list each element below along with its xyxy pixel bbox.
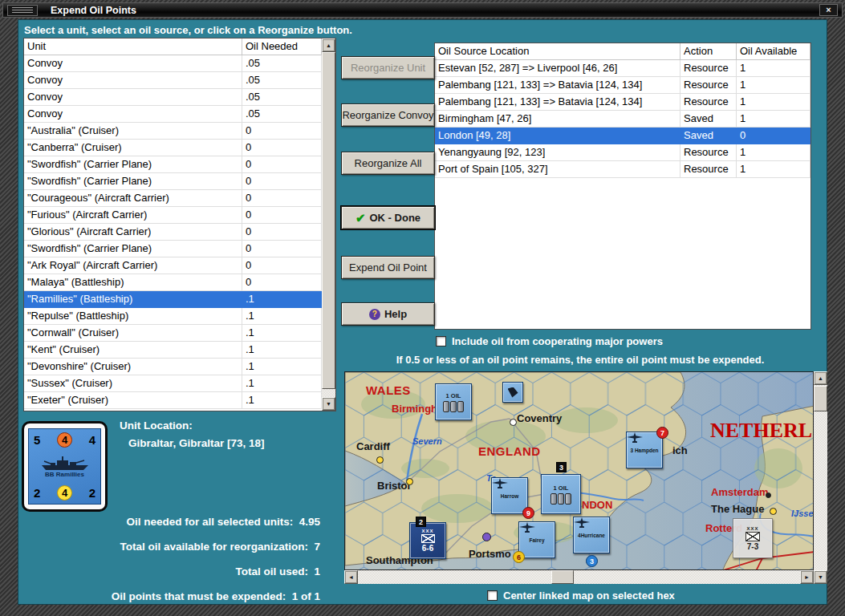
counter-value-bottom-mid: 4 bbox=[57, 485, 72, 500]
unit-row[interactable]: Convoy.05 bbox=[24, 55, 322, 72]
unit-oil-needed: 0 bbox=[242, 140, 322, 156]
oil-counter[interactable]: 1 OIL bbox=[435, 383, 472, 420]
plane-icon bbox=[519, 522, 535, 533]
air-counter[interactable]: Fairey bbox=[518, 521, 555, 558]
oil-point-note: If 0.5 or less of an oil point remains, … bbox=[341, 354, 819, 366]
infantry-symbol-icon bbox=[421, 534, 435, 543]
center-map-checkbox-row: Center linked map on selected hex bbox=[487, 590, 675, 602]
unit-row[interactable]: "Courageous" (Aircraft Carrier)0 bbox=[24, 190, 322, 207]
unit-location-label: Unit Location: bbox=[120, 419, 193, 432]
unit-row[interactable]: "Glorious" (Aircraft Carrier)0 bbox=[24, 224, 322, 241]
oil-source-row[interactable]: Birmingham [47, 26]Saved1 bbox=[435, 111, 810, 128]
counter-value-top-mid: 4 bbox=[57, 432, 72, 448]
unit-row[interactable]: "Devonshire" (Cruiser).1 bbox=[24, 359, 322, 375]
expend-oil-point-button[interactable]: Expend Oil Point bbox=[341, 256, 435, 279]
oil-source-row[interactable]: Port of Spain [105, 327]Resource1 bbox=[435, 161, 810, 178]
oil-source-row[interactable]: Yenangyaung [92, 123]Resource1 bbox=[435, 144, 810, 161]
corps-counter[interactable]: XXX6-6 bbox=[409, 522, 446, 559]
unit-row[interactable]: Convoy.05 bbox=[24, 89, 322, 106]
reorganize-unit-button[interactable]: Reorganize Unit bbox=[341, 56, 435, 79]
counter-strength: 7-3 bbox=[747, 542, 758, 551]
inf-counter[interactable]: XXX7-3 bbox=[733, 518, 773, 558]
marker-glyph-icon bbox=[508, 387, 518, 398]
air-counter[interactable]: 4Hurricane bbox=[573, 517, 610, 553]
unit-row[interactable]: "Repulse" (Battleship).1 bbox=[24, 308, 322, 325]
counter-badge: 7 bbox=[656, 427, 668, 439]
oil-source-row[interactable]: Palembang [121, 133] => Batavia [124, 13… bbox=[435, 77, 810, 94]
battleship-silhouette-icon bbox=[39, 455, 91, 471]
unit-oil-needed: .1 bbox=[242, 342, 322, 359]
unit-list-header: Unit Oil Needed bbox=[24, 38, 322, 55]
help-button[interactable]: ? Help bbox=[341, 302, 435, 326]
unit-row[interactable]: "Exeter" (Cruiser).1 bbox=[24, 392, 322, 409]
oil-source-row[interactable]: London [49, 28]Saved0 bbox=[435, 128, 810, 144]
unit-list-scrollbar[interactable]: ▲ ▼ bbox=[322, 38, 335, 411]
reorganize-convoy-button[interactable]: Reorganize Convoy bbox=[341, 103, 435, 127]
oil-source-action: Resource bbox=[680, 77, 737, 94]
unit-oil-needed: .1 bbox=[242, 308, 322, 325]
unit-name: "Exeter" (Cruiser) bbox=[24, 392, 242, 409]
unit-row[interactable]: Convoy.05 bbox=[24, 72, 322, 89]
unit-row[interactable]: "Malaya" (Battleship)0 bbox=[24, 274, 322, 291]
map-viewport[interactable]: WALESBirminghamCoventryCardiffSevernENGL… bbox=[344, 371, 814, 570]
instruction-text: Select a unit, select an oil source, or … bbox=[24, 24, 352, 36]
scroll-left-icon[interactable]: ◄ bbox=[344, 570, 358, 584]
dialog-client-area: Select a unit, select an oil source, or … bbox=[18, 19, 827, 605]
unit-row[interactable]: "Sussex" (Cruiser).1 bbox=[24, 375, 322, 392]
city-dot bbox=[510, 419, 517, 426]
unit-name: Convoy bbox=[24, 55, 242, 72]
scrollbar-thumb[interactable] bbox=[322, 52, 335, 389]
oil-counter[interactable]: 1 OIL bbox=[541, 474, 581, 514]
unit-row[interactable]: Convoy.05 bbox=[24, 106, 322, 123]
unit-row[interactable]: "Ramillies" (Battleship).1 bbox=[24, 291, 322, 308]
ok-done-button[interactable]: ✔ OK - Done bbox=[341, 206, 435, 229]
oil-source-row[interactable]: Estevan [52, 287] => Liverpool [46, 26]R… bbox=[435, 60, 810, 77]
unit-row[interactable]: "Kent" (Cruiser).1 bbox=[24, 342, 322, 359]
marker-counter[interactable] bbox=[502, 382, 523, 403]
unit-row[interactable]: "Swordfish" (Carrier Plane)0 bbox=[24, 156, 322, 173]
air-counter[interactable]: 3 Hampden bbox=[626, 432, 663, 468]
oil-list-header: Oil Source Location Action Oil Available bbox=[435, 43, 810, 60]
map-vertical-scrollbar[interactable]: ▲ ▼ bbox=[814, 371, 827, 584]
unit-row[interactable]: "Canberra" (Cruiser)0 bbox=[24, 140, 322, 156]
oil-source-action: Saved bbox=[680, 128, 737, 144]
scroll-up-icon[interactable]: ▲ bbox=[322, 38, 335, 52]
oil-source-location: Birmingham [47, 26] bbox=[435, 111, 680, 128]
city-dot bbox=[766, 492, 771, 498]
unit-oil-needed: 0 bbox=[242, 173, 322, 190]
map-label: NETHERL bbox=[710, 419, 812, 443]
oil-available: 0 bbox=[737, 128, 810, 144]
unit-row[interactable]: "Swordfish" (Carrier Plane)0 bbox=[24, 241, 322, 257]
scroll-right-icon[interactable]: ► bbox=[800, 570, 814, 584]
column-header-action: Action bbox=[680, 43, 737, 60]
scroll-up-icon[interactable]: ▲ bbox=[814, 371, 827, 385]
map-horizontal-scrollbar[interactable]: ◄ ► bbox=[344, 570, 814, 584]
stat-line: Oil needed for all selected units: 4.95 bbox=[18, 509, 320, 534]
scrollbar-thumb[interactable] bbox=[551, 570, 574, 584]
oil-source-row[interactable]: Palembang [121, 133] => Batavia [124, 13… bbox=[435, 94, 810, 111]
unit-list: Unit Oil Needed Convoy.05Convoy.05Convoy… bbox=[23, 38, 336, 411]
reorganize-all-button[interactable]: Reorganize All bbox=[341, 152, 435, 175]
unit-oil-needed: 0 bbox=[242, 190, 322, 207]
center-map-checkbox[interactable] bbox=[487, 590, 498, 601]
scrollbar-thumb[interactable] bbox=[814, 386, 827, 411]
scroll-down-icon[interactable]: ▼ bbox=[814, 570, 827, 584]
scroll-down-icon[interactable]: ▼ bbox=[322, 397, 335, 411]
include-oil-checkbox[interactable] bbox=[436, 336, 446, 346]
unit-name: "Australia" (Cruiser) bbox=[24, 123, 242, 140]
close-icon[interactable]: × bbox=[819, 4, 838, 16]
window-menu-icon[interactable] bbox=[7, 5, 38, 16]
unit-row[interactable]: "Australia" (Cruiser)0 bbox=[24, 123, 322, 140]
unit-name: "Kent" (Cruiser) bbox=[24, 342, 242, 359]
unit-row[interactable]: "Furious" (Aircraft Carrier)0 bbox=[24, 207, 322, 224]
unit-row[interactable]: "Ark Royal" (Aircraft Carrier)0 bbox=[24, 257, 322, 274]
unit-row[interactable]: "Cornwall" (Cruiser).1 bbox=[24, 325, 322, 342]
air-counter[interactable]: Harrow bbox=[491, 477, 528, 514]
oil-available: 1 bbox=[737, 94, 810, 111]
unit-name: "Devonshire" (Cruiser) bbox=[24, 359, 242, 375]
map-label: The Hague bbox=[711, 503, 764, 515]
unit-oil-needed: .1 bbox=[242, 325, 322, 342]
center-map-label: Center linked map on selected hex bbox=[503, 590, 675, 602]
unit-row[interactable]: "Swordfish" (Carrier Plane)0 bbox=[24, 173, 322, 190]
city-dot bbox=[482, 533, 491, 541]
